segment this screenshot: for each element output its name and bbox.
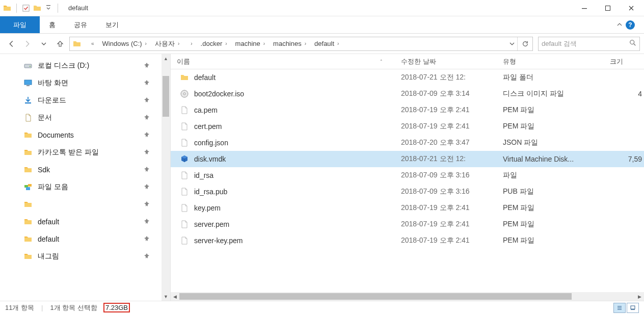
breadcrumb-item[interactable]: default› xyxy=(310,40,343,47)
file-type-cell: PUB 파일 xyxy=(497,187,604,196)
scroll-right-icon[interactable]: ▶ xyxy=(635,292,644,301)
search-icon[interactable] xyxy=(629,39,636,48)
nav-item-label: 문서 xyxy=(38,113,139,122)
file-date-cell: 2018-07-19 오후 2:41 xyxy=(395,220,497,229)
checkbox-icon[interactable] xyxy=(22,4,30,12)
scroll-down-icon[interactable]: ▼ xyxy=(162,292,170,301)
view-large-icons-button[interactable] xyxy=(627,303,639,313)
address-dropdown-icon[interactable] xyxy=(506,37,517,50)
close-button[interactable] xyxy=(620,1,643,16)
scroll-up-icon[interactable]: ▲ xyxy=(162,54,170,63)
nav-item-label: default xyxy=(38,235,139,243)
refresh-button[interactable] xyxy=(517,37,532,50)
file-row[interactable]: ca.pem2018-07-19 오후 2:41PEM 파일 xyxy=(171,102,644,118)
file-row[interactable]: id_rsa2018-07-09 오후 3:16파일 xyxy=(171,167,644,184)
file-icon xyxy=(180,106,189,115)
nav-item[interactable]: default xyxy=(20,214,153,229)
nav-item[interactable]: 로컬 디스크 (D:) xyxy=(20,58,153,73)
nav-item[interactable]: 문서 xyxy=(20,110,153,125)
title-bar: default xyxy=(0,0,644,16)
search-input[interactable] xyxy=(542,40,629,47)
help-icon[interactable]: ? xyxy=(626,20,635,30)
nav-item[interactable]: 다운로드 xyxy=(20,93,153,108)
folder-small-icon[interactable] xyxy=(33,4,41,12)
nav-item[interactable]: Sdk xyxy=(20,162,153,177)
nav-item[interactable]: 바탕 화면 xyxy=(20,75,153,91)
scroll-thumb[interactable] xyxy=(163,76,169,117)
up-button[interactable] xyxy=(53,37,67,51)
file-row[interactable]: id_rsa.pub2018-07-09 오후 3:16PUB 파일 xyxy=(171,184,644,200)
view-details-button[interactable] xyxy=(613,303,626,313)
forward-button[interactable] xyxy=(20,37,35,51)
back-button[interactable] xyxy=(4,37,18,51)
h-scrollbar[interactable]: ◀ ▶ xyxy=(171,292,644,301)
h-scroll-track[interactable] xyxy=(179,292,635,301)
minimize-button[interactable] xyxy=(573,1,596,16)
breadcrumb-item[interactable]: .docker› xyxy=(197,40,231,47)
breadcrumb-item[interactable]: Windows (C:)› xyxy=(98,40,151,47)
scroll-track[interactable] xyxy=(162,63,170,292)
pin-icon xyxy=(144,132,150,139)
nav-item[interactable]: Documents xyxy=(20,127,153,143)
nav-item-icon xyxy=(23,78,33,88)
breadcrumb-item[interactable]: 사용자› xyxy=(151,39,183,48)
svg-rect-9 xyxy=(25,102,31,103)
nav-item[interactable]: 카카오톡 받은 파일 xyxy=(20,145,153,160)
address-folder-icon xyxy=(70,37,84,50)
breadcrumb-item[interactable]: › xyxy=(183,41,196,46)
breadcrumb-leading-chevron[interactable]: « xyxy=(84,41,98,46)
ribbon-file-tab[interactable]: 파일 xyxy=(0,16,40,33)
file-name: id_rsa.pub xyxy=(194,188,227,196)
file-name: server-key.pem xyxy=(194,237,243,245)
file-row[interactable]: server.pem2018-07-19 오후 2:41PEM 파일 xyxy=(171,216,644,232)
qat-dropdown-icon[interactable] xyxy=(44,4,52,12)
file-name-cell: disk.vmdk xyxy=(171,154,395,164)
col-header-date[interactable]: 수정한 날짜 xyxy=(395,54,497,69)
file-row[interactable]: disk.vmdk2018-07-21 오전 12:Virtual Machin… xyxy=(171,151,644,167)
svg-rect-1 xyxy=(46,5,50,6)
col-header-name[interactable]: 이름 ˄ xyxy=(171,54,395,69)
col-header-type[interactable]: 유형 xyxy=(497,54,604,69)
ribbon-view-tab[interactable]: 보기 xyxy=(96,16,128,33)
file-size-cell: 7,59 xyxy=(604,155,644,163)
sort-indicator-icon: ˄ xyxy=(380,59,389,64)
separator xyxy=(16,4,17,13)
file-row[interactable]: server-key.pem2018-07-19 오후 2:41PEM 파일 xyxy=(171,232,644,249)
file-icon xyxy=(180,122,189,131)
file-icon xyxy=(180,89,189,98)
nav-item-icon xyxy=(23,113,33,122)
breadcrumb-item[interactable]: machine› xyxy=(231,40,269,47)
scroll-left-icon[interactable]: ◀ xyxy=(171,292,179,301)
file-date-cell: 2018-07-21 오전 12: xyxy=(395,154,497,164)
h-scroll-thumb[interactable] xyxy=(179,293,572,300)
file-row[interactable]: boot2docker.iso2018-07-09 오후 3:14디스크 이미지… xyxy=(171,86,644,102)
nav-item[interactable]: 파일 모음 xyxy=(20,179,153,195)
svg-rect-18 xyxy=(631,306,635,309)
nav-item-icon xyxy=(23,148,33,157)
file-name-cell: boot2docker.iso xyxy=(171,89,395,98)
search-box[interactable] xyxy=(538,37,640,51)
ribbon-collapse-icon[interactable] xyxy=(616,21,623,29)
nav-item[interactable]: 내그림 xyxy=(20,249,153,264)
file-row[interactable]: config.json2018-07-20 오후 3:47JSON 파일 xyxy=(171,135,644,151)
address-bar[interactable]: «Windows (C:)›사용자››.docker›machine›machi… xyxy=(69,37,533,51)
nav-item-label: default xyxy=(38,218,139,226)
file-row[interactable]: cert.pem2018-07-19 오후 2:41PEM 파일 xyxy=(171,118,644,135)
nav-item[interactable]: default xyxy=(20,231,153,247)
file-type-cell: 파일 xyxy=(497,171,604,180)
ribbon-share-tab[interactable]: 공유 xyxy=(65,16,96,33)
nav-item[interactable] xyxy=(20,197,153,212)
ribbon-home-tab[interactable]: 홈 xyxy=(40,16,65,33)
nav-item-icon xyxy=(23,217,33,226)
file-list-pane: 이름 ˄ 수정한 날짜 유형 크기 default2018-07-21 오전 1… xyxy=(171,54,644,301)
file-row[interactable]: key.pem2018-07-19 오후 2:41PEM 파일 xyxy=(171,200,644,216)
nav-scrollbar[interactable]: ▲ ▼ xyxy=(162,54,170,301)
breadcrumb-item[interactable]: machines› xyxy=(269,40,310,47)
nav-item-label: 로컬 디스크 (D:) xyxy=(38,61,139,70)
file-type-cell: PEM 파일 xyxy=(497,236,604,245)
status-item-count: 11개 항목 xyxy=(5,303,34,312)
col-header-size[interactable]: 크기 xyxy=(604,54,644,69)
recent-locations-button[interactable] xyxy=(37,37,51,51)
file-row[interactable]: default2018-07-21 오전 12:파일 폴더 xyxy=(171,69,644,86)
maximize-button[interactable] xyxy=(596,1,620,16)
